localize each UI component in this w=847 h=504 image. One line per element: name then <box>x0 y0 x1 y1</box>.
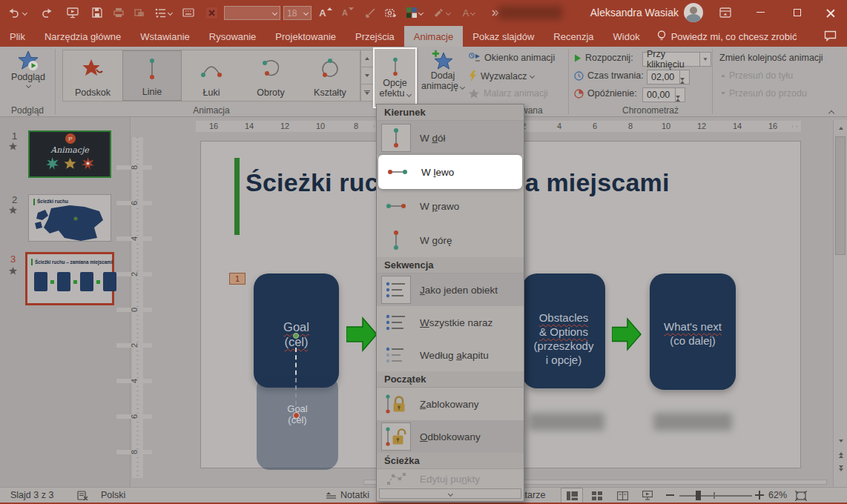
whats-next-shape[interactable]: What's next (co dalej) <box>650 273 736 390</box>
notes-toggle[interactable]: Notatki <box>340 490 369 500</box>
grow-font-icon[interactable]: A <box>316 4 335 21</box>
merge-shapes-icon <box>130 4 149 21</box>
account-avatar[interactable] <box>684 3 703 22</box>
duration-clock-icon <box>574 71 584 81</box>
menu-item-w-prawo[interactable]: W prawo <box>377 189 524 223</box>
save-icon[interactable] <box>88 4 107 21</box>
share-comment-icon[interactable] <box>824 30 837 42</box>
slide-sorter-view-button[interactable] <box>586 488 608 503</box>
animation-painter-icon <box>469 88 480 99</box>
menu-item-w-dol[interactable]: W dół <box>377 121 524 155</box>
screenshot-icon[interactable] <box>381 4 401 21</box>
zoom-level[interactable]: 62% <box>768 490 787 500</box>
start-presentation-icon[interactable] <box>63 4 82 21</box>
tab-rysowanie[interactable]: Rysowanie <box>200 26 266 47</box>
menu-scroll-down[interactable] <box>379 488 521 499</box>
menu-item-w-gore[interactable]: W górę <box>377 223 524 257</box>
teal-star-icon <box>46 157 59 170</box>
gallery-item-luki[interactable]: Łuki <box>182 50 241 101</box>
slideshow-view-button[interactable] <box>636 488 659 503</box>
menu-header-sekwencja: Sekwencja <box>377 257 524 273</box>
start-combobox[interactable]: Przy kliknięciu <box>642 52 711 67</box>
tab-pokaz-slajdow[interactable]: Pokaz slajdów <box>463 26 544 47</box>
gallery-scroll-down[interactable] <box>361 67 373 84</box>
tab-wstawianie[interactable]: Wstawianie <box>131 26 199 47</box>
zoom-in-button[interactable] <box>755 491 764 500</box>
gallery-expand[interactable] <box>361 84 373 101</box>
redo-icon[interactable] <box>37 4 56 21</box>
tab-plik[interactable]: Plik <box>0 26 35 47</box>
maximize-button[interactable] <box>781 0 814 24</box>
scroll-up-button[interactable] <box>834 122 847 134</box>
slide-thumbnail-2[interactable]: Ścieżki ruchu <box>28 194 111 242</box>
europe-map-graphic <box>29 205 112 241</box>
scroll-down-button[interactable] <box>834 434 847 447</box>
move-earlier-icon <box>721 74 725 77</box>
tab-przejscia[interactable]: Przejścia <box>346 26 404 47</box>
tab-narzedzia-glowne[interactable]: Narzędzia główne <box>35 26 131 47</box>
close-button[interactable] <box>814 0 847 24</box>
delay-spinner[interactable]: 00,00 <box>642 87 685 102</box>
gallery-item-ksztalty[interactable]: Kształty <box>300 50 360 101</box>
zoom-out-button[interactable] <box>666 494 674 496</box>
theme-colors-icon[interactable] <box>403 4 426 21</box>
slide-counter[interactable]: Slajd 3 z 3 <box>10 490 53 500</box>
menu-item-wszystkie-naraz[interactable]: Wszystkie naraz <box>377 306 524 339</box>
slide-2-animation-star-icon <box>9 206 17 214</box>
gallery-scroll-up[interactable] <box>361 50 373 67</box>
menu-item-zablokowany[interactable]: Zablokowany <box>377 388 524 420</box>
fit-slide-to-window-icon[interactable] <box>795 491 807 501</box>
tell-me-box[interactable]: Powiedz mi, co chcesz zrobić <box>650 26 805 47</box>
font-name-combo[interactable] <box>224 6 280 20</box>
account-user-name[interactable]: Aleksandra Wasiak <box>590 7 679 19</box>
tab-animacje[interactable]: Animacje <box>404 26 463 47</box>
gallery-item-obroty[interactable]: Obroty <box>241 50 300 101</box>
tab-widok[interactable]: Widok <box>604 26 650 47</box>
keyboard-icon[interactable] <box>179 4 198 21</box>
ribbon-display-options-icon[interactable] <box>716 4 735 21</box>
zoom-slider-thumb[interactable] <box>696 491 701 500</box>
spellcheck-icon[interactable] <box>77 491 88 500</box>
motion-path-start-dot[interactable] <box>293 333 299 339</box>
motion-path-end-dot[interactable] <box>293 412 300 419</box>
next-slide-button[interactable] <box>834 462 847 474</box>
menu-item-jako-jeden-obiekt[interactable]: Jako jeden obiekt <box>377 273 524 306</box>
reading-view-button[interactable] <box>611 488 633 503</box>
previous-slide-button[interactable] <box>834 448 847 461</box>
preview-button[interactable]: Podgląd <box>6 50 50 87</box>
zoom-slider-track[interactable] <box>679 495 752 497</box>
collapse-ribbon-icon[interactable] <box>829 107 834 118</box>
undo-icon[interactable] <box>7 4 27 21</box>
delete-red-icon[interactable] <box>202 4 221 21</box>
slide-thumbnail-1[interactable]: P Animacje <box>28 130 111 178</box>
menu-item-odblokowany[interactable]: Odblokowany <box>377 420 524 453</box>
font-size-combo[interactable]: 18 <box>283 6 312 20</box>
obstacles-shape[interactable]: Obstacles & Options (przeszkody i opcje) <box>522 273 605 388</box>
language-indicator[interactable]: Polski <box>101 490 125 500</box>
slide-thumbnail-3-selected[interactable]: Ścieżki ruchu – zamiana miejscami <box>25 252 114 305</box>
slide-3-title: Ścieżki ruchu – zamiana miejscami <box>35 259 113 265</box>
duration-spinner[interactable]: 02,00 <box>647 70 690 84</box>
trigger-button[interactable]: Wyzwalacz <box>469 70 534 82</box>
tab-projektowanie[interactable]: Projektowanie <box>266 26 346 47</box>
scrollbar-thumb[interactable] <box>835 136 846 255</box>
motion-right-icon <box>381 192 411 220</box>
preview-star-icon <box>17 50 39 72</box>
delay-clock-icon <box>574 89 584 99</box>
menu-item-w-lewo[interactable]: W lewo <box>378 155 522 189</box>
start-play-icon <box>574 54 581 62</box>
start-combobox-dropdown[interactable] <box>699 53 711 66</box>
gallery-item-podskok[interactable]: Podskok <box>63 50 122 101</box>
add-animation-button[interactable]: Dodaj animację <box>421 50 465 91</box>
gallery-item-linie[interactable]: Linie <box>122 50 182 101</box>
animation-number-badge[interactable]: 1 <box>229 273 245 285</box>
normal-view-button[interactable] <box>561 488 583 503</box>
outline-icon[interactable] <box>151 4 176 21</box>
notes-icon[interactable] <box>326 492 336 500</box>
vertical-scrollbar[interactable] <box>833 120 847 487</box>
animation-pane-button[interactable]: Okienko animacji <box>469 53 555 63</box>
effect-options-button[interactable]: Opcje efektu <box>375 49 415 107</box>
tab-recenzja[interactable]: Recenzja <box>544 26 603 47</box>
menu-item-wedlug-akapitu[interactable]: Według akapitu <box>377 339 524 371</box>
minimize-button[interactable] <box>744 0 777 24</box>
